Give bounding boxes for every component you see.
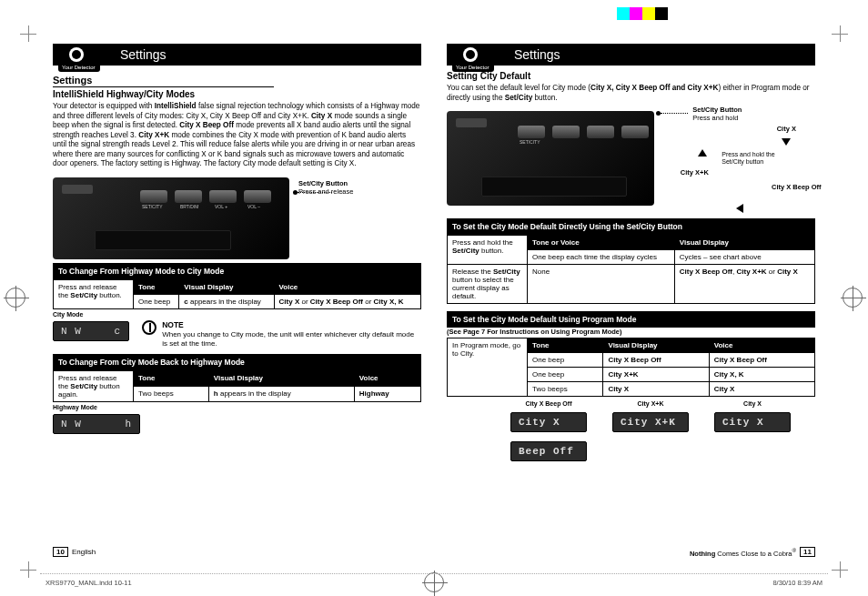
note-icon bbox=[142, 320, 156, 335]
header-title: Settings bbox=[514, 47, 560, 62]
registration-mark bbox=[843, 288, 863, 308]
device-photo: SET/CITY BRT/DIM VOL + VOL – bbox=[53, 177, 289, 259]
print-registration-colors bbox=[617, 7, 668, 20]
section-tab: Your Detector bbox=[452, 64, 494, 72]
photo-caption: Set/City Button Press and release bbox=[298, 179, 417, 196]
intro-paragraph: You can set the default level for City m… bbox=[447, 84, 815, 103]
display-cityx-beepoff: City X bbox=[510, 412, 587, 432]
photo-caption: Set/City ButtonPress and hold bbox=[692, 106, 742, 122]
intro-paragraph: Your detector is equipped with IntelliSh… bbox=[53, 102, 421, 169]
note-block: NOTEWhen you change to City mode, the un… bbox=[142, 320, 421, 349]
table-title-bar: To Change From Highway Mode to City Mode bbox=[53, 263, 421, 279]
table-set-default-program: In Program mode, go to City. ToneVisual … bbox=[447, 338, 815, 397]
callout-leader bbox=[661, 113, 688, 114]
crop-mark bbox=[832, 561, 848, 578]
page-header: Settings Your Detector bbox=[53, 44, 421, 66]
display-cityxk: City X+K bbox=[612, 412, 689, 432]
device-photo: SET/CITY bbox=[447, 111, 654, 206]
footer-rule bbox=[40, 573, 828, 574]
header-icon bbox=[463, 45, 490, 64]
table-title-bar: To Set the City Mode Default Using Progr… bbox=[447, 311, 815, 328]
sub-heading: Setting City Default bbox=[447, 71, 815, 81]
caption-city-mode: City Mode bbox=[53, 311, 421, 318]
footer-filename: XRS9770_MANL.indd 10-11 bbox=[45, 579, 132, 587]
cycle-diagram: City X City X+K City X Beep Off Press an… bbox=[683, 127, 807, 229]
display-examples-row: City X Beep Off City X Beep Off City X+K… bbox=[510, 400, 815, 465]
table-left-cell: Press and release the Set/City button. bbox=[54, 279, 134, 308]
display-city-mode: N Wc bbox=[53, 321, 129, 341]
table-title-bar: To Change From City Mode Back to Highway… bbox=[53, 354, 421, 370]
page-right: Settings Your Detector Setting City Defa… bbox=[434, 38, 828, 562]
page-header: Settings Your Detector bbox=[447, 44, 815, 66]
page-left: Settings Your Detector Settings IntelliS… bbox=[40, 38, 434, 562]
header-title: Settings bbox=[120, 47, 167, 62]
registration-mark bbox=[424, 572, 444, 592]
section-tab: Your Detector bbox=[58, 64, 100, 72]
caption-highway-mode: Highway Mode bbox=[53, 404, 421, 410]
callout-leader bbox=[298, 192, 332, 193]
crop-mark bbox=[832, 25, 848, 42]
page-number: Nothing Comes Close to a Cobra® 11 bbox=[690, 547, 815, 558]
table-city-to-highway: Press and release the Set/City button ag… bbox=[53, 370, 421, 402]
table-subtitle: (See Page 7 For Instructions on Using Pr… bbox=[447, 328, 815, 336]
table-set-default-direct: Press and hold the Set/City button. Tone… bbox=[447, 235, 815, 304]
crop-mark bbox=[20, 561, 36, 578]
header-icon bbox=[69, 45, 96, 64]
display-highway-mode: N Wh bbox=[53, 414, 140, 434]
display-cityx-beepoff-2: Beep Off bbox=[510, 441, 587, 461]
display-cityx: City X bbox=[714, 412, 791, 432]
table-highway-to-city: Press and release the Set/City button. T… bbox=[53, 279, 421, 309]
section-heading: Settings bbox=[53, 75, 274, 87]
page-number: 10English bbox=[53, 547, 96, 557]
registration-mark bbox=[5, 288, 25, 308]
footer-timestamp: 8/30/10 8:39 AM bbox=[772, 579, 823, 587]
crop-mark bbox=[20, 25, 36, 42]
page-spread: Settings Your Detector Settings IntelliS… bbox=[0, 0, 868, 596]
subsection-heading: IntelliShield Highway/City Modes bbox=[53, 89, 421, 99]
